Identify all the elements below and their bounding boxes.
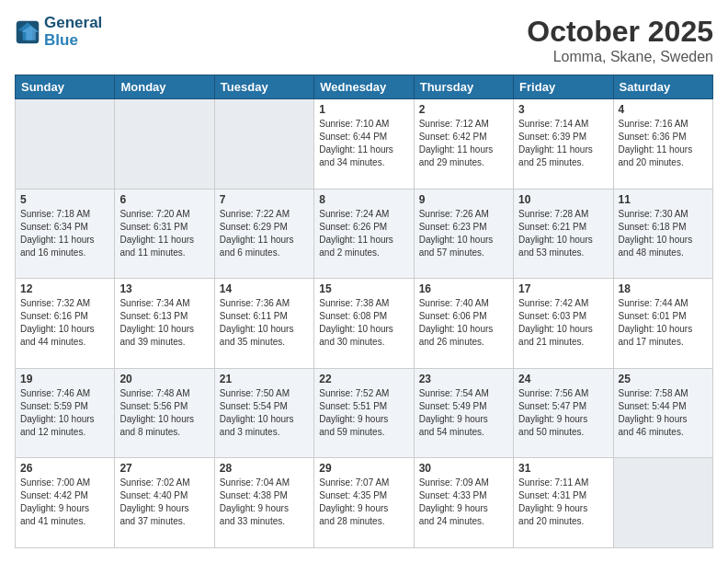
calendar-cell: 2Sunrise: 7:12 AM Sunset: 6:42 PM Daylig…: [414, 99, 513, 190]
calendar-cell: 22Sunrise: 7:52 AM Sunset: 5:51 PM Dayli…: [314, 368, 414, 458]
week-row-4: 19Sunrise: 7:46 AM Sunset: 5:59 PM Dayli…: [16, 368, 713, 458]
day-number: 5: [20, 193, 109, 206]
calendar-cell: [16, 99, 115, 190]
day-info: Sunrise: 7:00 AM Sunset: 4:42 PM Dayligh…: [20, 477, 109, 528]
day-info: Sunrise: 7:40 AM Sunset: 6:06 PM Dayligh…: [419, 297, 508, 349]
day-info: Sunrise: 7:26 AM Sunset: 6:23 PM Dayligh…: [419, 208, 508, 259]
day-info: Sunrise: 7:36 AM Sunset: 6:11 PM Dayligh…: [220, 297, 309, 349]
day-header-monday: Monday: [115, 75, 214, 99]
logo: General Blue: [15, 15, 102, 49]
calendar-cell: 14Sunrise: 7:36 AM Sunset: 6:11 PM Dayli…: [214, 279, 313, 369]
day-info: Sunrise: 7:48 AM Sunset: 5:56 PM Dayligh…: [119, 387, 209, 439]
day-info: Sunrise: 7:38 AM Sunset: 6:08 PM Dayligh…: [319, 297, 408, 349]
calendar-cell: 20Sunrise: 7:48 AM Sunset: 5:56 PM Dayli…: [115, 368, 214, 458]
day-number: 8: [319, 193, 408, 206]
day-number: 22: [319, 373, 408, 385]
day-number: 1: [319, 103, 408, 116]
day-header-saturday: Saturday: [613, 75, 712, 99]
day-info: Sunrise: 7:32 AM Sunset: 6:16 PM Dayligh…: [20, 297, 109, 349]
day-header-thursday: Thursday: [414, 75, 513, 99]
calendar-cell: 31Sunrise: 7:11 AM Sunset: 4:31 PM Dayli…: [514, 458, 613, 548]
day-info: Sunrise: 7:11 AM Sunset: 4:31 PM Dayligh…: [518, 477, 608, 528]
calendar-cell: 16Sunrise: 7:40 AM Sunset: 6:06 PM Dayli…: [414, 279, 513, 369]
day-number: 26: [20, 462, 109, 475]
day-number: 28: [220, 462, 309, 475]
calendar-table: SundayMondayTuesdayWednesdayThursdayFrid…: [15, 75, 713, 548]
location: Lomma, Skane, Sweden: [527, 49, 713, 65]
calendar-cell: 7Sunrise: 7:22 AM Sunset: 6:29 PM Daylig…: [214, 189, 313, 279]
day-info: Sunrise: 7:30 AM Sunset: 6:18 PM Dayligh…: [619, 208, 708, 259]
day-number: 18: [619, 282, 708, 295]
day-number: 10: [518, 193, 608, 206]
calendar-cell: 28Sunrise: 7:04 AM Sunset: 4:38 PM Dayli…: [214, 458, 313, 548]
calendar-cell: 1Sunrise: 7:10 AM Sunset: 6:44 PM Daylig…: [314, 99, 414, 190]
calendar-page: General Blue October 2025 Lomma, Skane, …: [0, 0, 728, 563]
day-number: 15: [319, 282, 408, 295]
day-number: 11: [619, 193, 708, 206]
day-info: Sunrise: 7:14 AM Sunset: 6:39 PM Dayligh…: [518, 118, 608, 169]
week-row-5: 26Sunrise: 7:00 AM Sunset: 4:42 PM Dayli…: [16, 458, 713, 548]
day-info: Sunrise: 7:10 AM Sunset: 6:44 PM Dayligh…: [319, 118, 408, 169]
days-header-row: SundayMondayTuesdayWednesdayThursdayFrid…: [16, 75, 713, 99]
day-number: 23: [419, 373, 508, 385]
day-number: 3: [518, 103, 608, 116]
calendar-cell: 9Sunrise: 7:26 AM Sunset: 6:23 PM Daylig…: [414, 189, 513, 279]
calendar-cell: 6Sunrise: 7:20 AM Sunset: 6:31 PM Daylig…: [115, 189, 214, 279]
day-number: 16: [419, 282, 508, 295]
calendar-cell: 17Sunrise: 7:42 AM Sunset: 6:03 PM Dayli…: [514, 279, 613, 369]
day-header-wednesday: Wednesday: [314, 75, 414, 99]
day-info: Sunrise: 7:46 AM Sunset: 5:59 PM Dayligh…: [20, 387, 109, 439]
calendar-cell: 30Sunrise: 7:09 AM Sunset: 4:33 PM Dayli…: [414, 458, 513, 548]
calendar-cell: 19Sunrise: 7:46 AM Sunset: 5:59 PM Dayli…: [16, 368, 115, 458]
day-number: 31: [518, 462, 608, 475]
day-number: 7: [220, 193, 309, 206]
day-info: Sunrise: 7:12 AM Sunset: 6:42 PM Dayligh…: [419, 118, 508, 169]
calendar-cell: 13Sunrise: 7:34 AM Sunset: 6:13 PM Dayli…: [115, 279, 214, 369]
day-info: Sunrise: 7:54 AM Sunset: 5:49 PM Dayligh…: [419, 387, 508, 439]
week-row-2: 5Sunrise: 7:18 AM Sunset: 6:34 PM Daylig…: [16, 189, 713, 279]
day-number: 30: [419, 462, 508, 475]
logo-icon: [15, 19, 40, 45]
calendar-cell: 27Sunrise: 7:02 AM Sunset: 4:40 PM Dayli…: [115, 458, 214, 548]
calendar-cell: 11Sunrise: 7:30 AM Sunset: 6:18 PM Dayli…: [613, 189, 712, 279]
calendar-cell: 18Sunrise: 7:44 AM Sunset: 6:01 PM Dayli…: [613, 279, 712, 369]
calendar-cell: 5Sunrise: 7:18 AM Sunset: 6:34 PM Daylig…: [16, 189, 115, 279]
calendar-cell: 4Sunrise: 7:16 AM Sunset: 6:36 PM Daylig…: [613, 99, 712, 190]
header: General Blue October 2025 Lomma, Skane, …: [15, 15, 713, 65]
calendar-cell: 15Sunrise: 7:38 AM Sunset: 6:08 PM Dayli…: [314, 279, 414, 369]
day-info: Sunrise: 7:50 AM Sunset: 5:54 PM Dayligh…: [220, 387, 309, 439]
day-info: Sunrise: 7:34 AM Sunset: 6:13 PM Dayligh…: [119, 297, 209, 349]
day-number: 27: [119, 462, 209, 475]
calendar-cell: 23Sunrise: 7:54 AM Sunset: 5:49 PM Dayli…: [414, 368, 513, 458]
day-info: Sunrise: 7:44 AM Sunset: 6:01 PM Dayligh…: [619, 297, 708, 349]
calendar-cell: [115, 99, 214, 190]
calendar-cell: 8Sunrise: 7:24 AM Sunset: 6:26 PM Daylig…: [314, 189, 414, 279]
calendar-cell: 26Sunrise: 7:00 AM Sunset: 4:42 PM Dayli…: [16, 458, 115, 548]
day-number: 2: [419, 103, 508, 116]
day-info: Sunrise: 7:22 AM Sunset: 6:29 PM Dayligh…: [220, 208, 309, 259]
day-info: Sunrise: 7:18 AM Sunset: 6:34 PM Dayligh…: [20, 208, 109, 259]
day-info: Sunrise: 7:28 AM Sunset: 6:21 PM Dayligh…: [518, 208, 608, 259]
day-number: 14: [220, 282, 309, 295]
month-title: October 2025: [527, 15, 713, 49]
day-number: 29: [319, 462, 408, 475]
calendar-cell: 24Sunrise: 7:56 AM Sunset: 5:47 PM Dayli…: [514, 368, 613, 458]
day-info: Sunrise: 7:56 AM Sunset: 5:47 PM Dayligh…: [518, 387, 608, 439]
day-info: Sunrise: 7:52 AM Sunset: 5:51 PM Dayligh…: [319, 387, 408, 439]
day-number: 20: [119, 373, 209, 385]
day-number: 24: [518, 373, 608, 385]
day-info: Sunrise: 7:16 AM Sunset: 6:36 PM Dayligh…: [619, 118, 708, 169]
week-row-3: 12Sunrise: 7:32 AM Sunset: 6:16 PM Dayli…: [16, 279, 713, 369]
day-number: 19: [20, 373, 109, 385]
day-info: Sunrise: 7:24 AM Sunset: 6:26 PM Dayligh…: [319, 208, 408, 259]
calendar-cell: 25Sunrise: 7:58 AM Sunset: 5:44 PM Dayli…: [613, 368, 712, 458]
calendar-cell: 12Sunrise: 7:32 AM Sunset: 6:16 PM Dayli…: [16, 279, 115, 369]
calendar-cell: 21Sunrise: 7:50 AM Sunset: 5:54 PM Dayli…: [214, 368, 313, 458]
day-info: Sunrise: 7:04 AM Sunset: 4:38 PM Dayligh…: [220, 477, 309, 528]
day-number: 12: [20, 282, 109, 295]
day-info: Sunrise: 7:09 AM Sunset: 4:33 PM Dayligh…: [419, 477, 508, 528]
title-section: October 2025 Lomma, Skane, Sweden: [527, 15, 713, 65]
day-header-sunday: Sunday: [16, 75, 115, 99]
day-header-tuesday: Tuesday: [214, 75, 313, 99]
day-number: 25: [619, 373, 708, 385]
